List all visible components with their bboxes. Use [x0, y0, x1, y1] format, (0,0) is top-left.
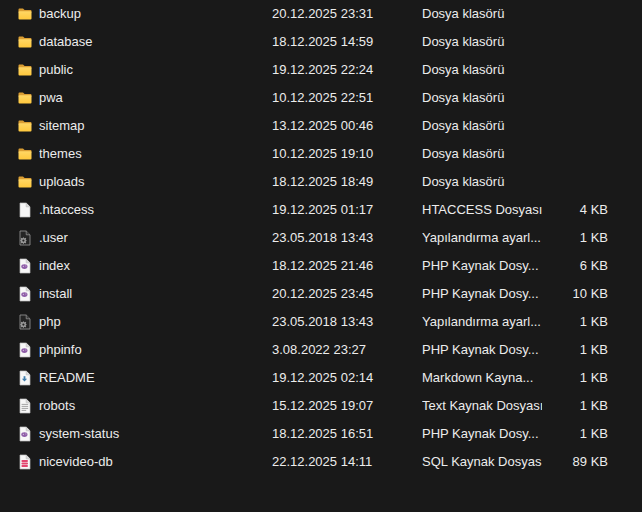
file-name: database — [39, 28, 259, 56]
file-size: 1 KB — [500, 420, 608, 448]
file-size: 4 KB — [500, 196, 608, 224]
file-name: index — [39, 252, 259, 280]
blank-file-icon — [17, 202, 33, 218]
folder-icon — [17, 6, 33, 22]
file-date-modified: 10.12.2025 22:51 — [272, 84, 412, 112]
file-row[interactable]: system-status18.12.2025 16:51PHP Kaynak … — [0, 420, 642, 448]
markdown-file-icon — [17, 370, 33, 386]
php-file-icon — [17, 426, 33, 442]
file-name: pwa — [39, 84, 259, 112]
file-size: 1 KB — [500, 392, 608, 420]
file-date-modified: 20.12.2025 23:31 — [272, 0, 412, 28]
file-row[interactable]: install20.12.2025 23:45PHP Kaynak Dosy..… — [0, 280, 642, 308]
file-row[interactable]: nicevideo-db22.12.2025 14:11SQL Kaynak D… — [0, 448, 642, 476]
file-name: .user — [39, 224, 259, 252]
file-size — [500, 56, 608, 84]
file-name: robots — [39, 392, 259, 420]
file-date-modified: 13.12.2025 00:46 — [272, 112, 412, 140]
config-file-icon — [17, 230, 33, 246]
sql-file-icon — [17, 454, 33, 470]
file-size: 89 KB — [500, 448, 608, 476]
file-name: nicevideo-db — [39, 448, 259, 476]
folder-icon — [17, 34, 33, 50]
file-name: public — [39, 56, 259, 84]
file-size: 10 KB — [500, 280, 608, 308]
file-size — [500, 140, 608, 168]
file-row[interactable]: backup20.12.2025 23:31Dosya klasörü — [0, 0, 642, 28]
file-name: README — [39, 364, 259, 392]
file-date-modified: 23.05.2018 13:43 — [272, 224, 412, 252]
folder-icon — [17, 118, 33, 134]
file-date-modified: 15.12.2025 19:07 — [272, 392, 412, 420]
file-size: 1 KB — [500, 308, 608, 336]
file-size — [500, 168, 608, 196]
file-name: system-status — [39, 420, 259, 448]
file-date-modified: 23.05.2018 13:43 — [272, 308, 412, 336]
file-date-modified: 18.12.2025 14:59 — [272, 28, 412, 56]
file-name: phpinfo — [39, 336, 259, 364]
file-date-modified: 3.08.2022 23:27 — [272, 336, 412, 364]
file-row[interactable]: sitemap13.12.2025 00:46Dosya klasörü — [0, 112, 642, 140]
file-date-modified: 19.12.2025 01:17 — [272, 196, 412, 224]
file-date-modified: 18.12.2025 21:46 — [272, 252, 412, 280]
file-list: backup20.12.2025 23:31Dosya klasörüdatab… — [0, 0, 642, 512]
file-date-modified: 18.12.2025 16:51 — [272, 420, 412, 448]
file-date-modified: 19.12.2025 22:24 — [272, 56, 412, 84]
php-file-icon — [17, 286, 33, 302]
file-size — [500, 112, 608, 140]
file-row[interactable]: index18.12.2025 21:46PHP Kaynak Dosy...6… — [0, 252, 642, 280]
folder-icon — [17, 174, 33, 190]
file-size — [500, 0, 608, 28]
file-row[interactable]: robots15.12.2025 19:07Text Kaynak Dosyas… — [0, 392, 642, 420]
file-date-modified: 19.12.2025 02:14 — [272, 364, 412, 392]
file-size — [500, 84, 608, 112]
file-row[interactable]: themes10.12.2025 19:10Dosya klasörü — [0, 140, 642, 168]
folder-icon — [17, 90, 33, 106]
file-name: themes — [39, 140, 259, 168]
file-row[interactable]: uploads18.12.2025 18:49Dosya klasörü — [0, 168, 642, 196]
file-row[interactable]: .htaccess19.12.2025 01:17HTACCESS Dosyas… — [0, 196, 642, 224]
file-name: uploads — [39, 168, 259, 196]
file-size — [500, 28, 608, 56]
file-size: 6 KB — [500, 252, 608, 280]
file-row[interactable]: database18.12.2025 14:59Dosya klasörü — [0, 28, 642, 56]
file-row[interactable]: pwa10.12.2025 22:51Dosya klasörü — [0, 84, 642, 112]
file-row[interactable]: .user23.05.2018 13:43Yapılandırma ayarl.… — [0, 224, 642, 252]
file-row[interactable]: phpinfo3.08.2022 23:27PHP Kaynak Dosy...… — [0, 336, 642, 364]
file-name: backup — [39, 0, 259, 28]
text-file-icon — [17, 398, 33, 414]
file-date-modified: 20.12.2025 23:45 — [272, 280, 412, 308]
file-row[interactable]: public19.12.2025 22:24Dosya klasörü — [0, 56, 642, 84]
file-size: 1 KB — [500, 224, 608, 252]
file-name: sitemap — [39, 112, 259, 140]
php-file-icon — [17, 342, 33, 358]
file-size: 1 KB — [500, 336, 608, 364]
file-size: 1 KB — [500, 364, 608, 392]
php-file-icon — [17, 258, 33, 274]
config-file-icon — [17, 314, 33, 330]
file-name: .htaccess — [39, 196, 259, 224]
file-date-modified: 10.12.2025 19:10 — [272, 140, 412, 168]
file-date-modified: 18.12.2025 18:49 — [272, 168, 412, 196]
folder-icon — [17, 146, 33, 162]
file-name: php — [39, 308, 259, 336]
file-row[interactable]: php23.05.2018 13:43Yapılandırma ayarl...… — [0, 308, 642, 336]
folder-icon — [17, 62, 33, 78]
file-row[interactable]: README19.12.2025 02:14Markdown Kayna...1… — [0, 364, 642, 392]
file-date-modified: 22.12.2025 14:11 — [272, 448, 412, 476]
file-name: install — [39, 280, 259, 308]
